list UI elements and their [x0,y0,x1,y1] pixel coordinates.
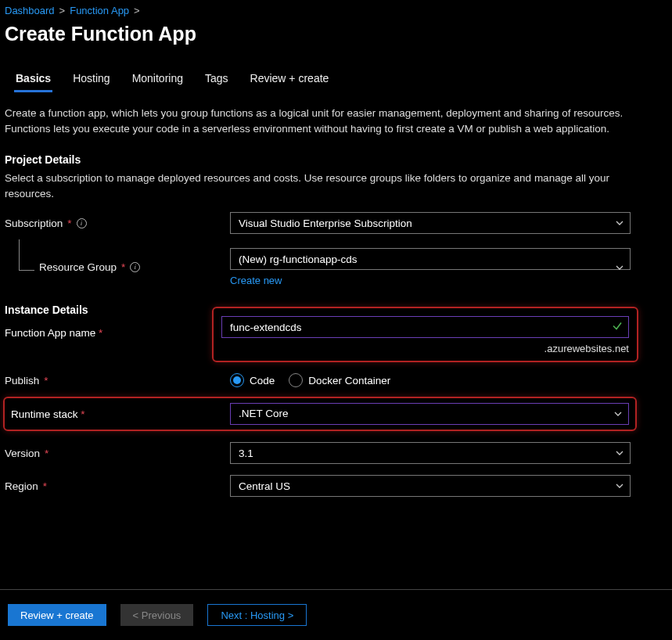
publish-radio-docker[interactable]: Docker Container [289,373,390,387]
required-asterisk: * [67,218,71,229]
required-asterisk: * [81,408,84,420]
subscription-value: Visual Studio Enterprise Subscription [239,218,412,229]
tab-basics[interactable]: Basics [14,67,52,92]
previous-button: < Previous [120,604,194,626]
region-select[interactable]: Central US [230,475,631,497]
tab-review[interactable]: Review + create [249,67,331,92]
appname-label-text: Function App name [5,327,95,339]
breadcrumb-dashboard[interactable]: Dashboard [5,5,55,16]
instance-details-header: Instance Details [5,304,212,316]
footer-bar: Review + create < Previous Next : Hostin… [0,589,672,640]
breadcrumb-sep-end: > [134,5,140,16]
info-icon[interactable]: i [130,262,140,272]
tab-monitoring[interactable]: Monitoring [131,67,185,92]
required-asterisk: * [44,375,48,387]
required-asterisk: * [121,261,125,273]
appname-label: Function App name * [5,327,212,339]
version-select[interactable]: 3.1 [230,442,631,464]
info-icon[interactable]: i [77,218,87,228]
publish-docker-label: Docker Container [308,375,390,387]
breadcrumb-sep: > [59,5,66,16]
review-create-button[interactable]: Review + create [8,604,106,626]
tabs: Basics Hosting Monitoring Tags Review + … [0,45,672,93]
check-icon [612,321,623,334]
radio-unchecked-icon [289,373,303,387]
next-hosting-button[interactable]: Next : Hosting > [207,604,307,626]
publish-label: Publish * [5,375,230,387]
region-value: Central US [239,480,290,492]
region-label-text: Region [5,480,38,492]
runtime-highlight: Runtime stack * .NET Core [3,397,637,431]
publish-radio-code[interactable]: Code [230,373,275,387]
required-asterisk: * [99,327,102,339]
publish-code-label: Code [250,375,275,387]
breadcrumb: Dashboard > Function App > [0,0,672,16]
resource-group-select[interactable]: (New) rg-functionapp-cds [230,248,631,270]
tree-connector [19,239,34,271]
radio-checked-icon [230,373,244,387]
tab-tags[interactable]: Tags [203,67,230,92]
subscription-select[interactable]: Visual Studio Enterprise Subscription [230,212,631,234]
rg-label-text: Resource Group [39,261,117,273]
version-label-text: Version [5,448,40,459]
create-new-link[interactable]: Create new [230,275,282,286]
resource-group-label: Resource Group * i [5,261,230,273]
version-label: Version * [5,448,230,459]
rg-value: (New) rg-functionapp-cds [239,253,358,265]
runtime-label: Runtime stack * [11,408,230,420]
subscription-label-text: Subscription [5,218,63,229]
runtime-label-text: Runtime stack [11,408,78,420]
tab-hosting[interactable]: Hosting [71,67,111,92]
runtime-select[interactable]: .NET Core [230,403,629,425]
breadcrumb-functionapp[interactable]: Function App [70,5,129,16]
domain-suffix: .azurewebsites.net [221,343,629,354]
appname-input[interactable] [221,316,629,338]
required-asterisk: * [43,480,47,492]
required-asterisk: * [45,448,49,459]
runtime-value: .NET Core [239,408,289,419]
appname-highlight: .azurewebsites.net [212,307,638,362]
region-label: Region * [5,480,230,492]
page-title: Create Function App [0,16,672,45]
publish-label-text: Publish [5,375,39,387]
publish-radio-group: Code Docker Container [230,373,631,387]
project-details-header: Project Details [5,153,667,166]
version-value: 3.1 [239,448,253,459]
project-details-desc: Select a subscription to manage deployed… [5,171,631,201]
intro-text: Create a function app, which lets you gr… [5,106,631,136]
subscription-label: Subscription * i [5,218,230,229]
